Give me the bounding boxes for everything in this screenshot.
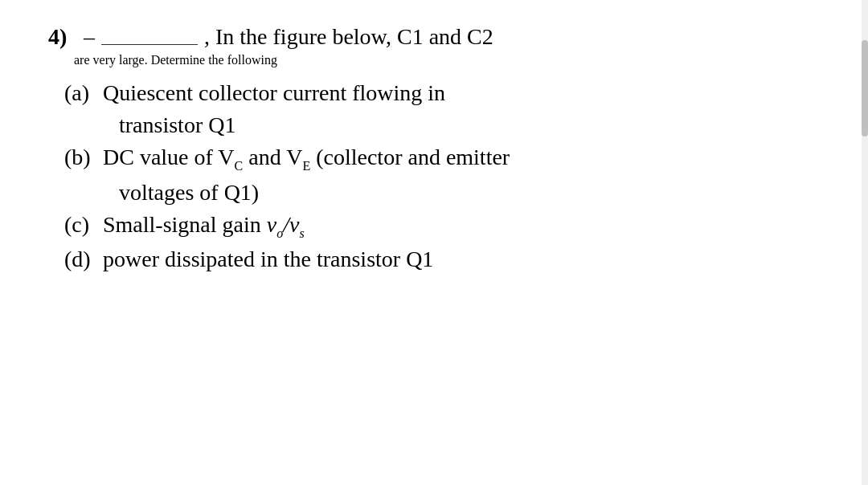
question-dash: – — [84, 24, 95, 50]
sub-label-d: (d) — [64, 247, 103, 272]
sub-label-c: (c) — [64, 212, 103, 238]
sub-item-a: (a) Quiescent collector current flowing … — [64, 80, 836, 106]
sub-s: s — [299, 226, 304, 239]
sub-item-d: (d) power dissipated in the transistor Q… — [64, 247, 836, 272]
scrollbar-track[interactable] — [862, 0, 868, 485]
sub-text-d: power dissipated in the transistor Q1 — [103, 247, 836, 272]
question-intro-line2-text: are very large. Determine the following — [74, 53, 277, 67]
sub-o: o — [276, 226, 283, 239]
sub-e: E — [302, 159, 310, 173]
question-blank — [101, 30, 198, 45]
sub-label-a: (a) — [64, 80, 103, 106]
sub-text-b-line1: DC value of VC and VE (collector and emi… — [103, 145, 836, 173]
content-area: 4) – , In the figure below, C1 and C2 ar… — [48, 24, 836, 279]
sub-text-a-line2: transistor Q1 — [119, 112, 836, 138]
sub-item-b: (b) DC value of VC and VE (collector and… — [64, 145, 836, 173]
sub-text-c: Small-signal gain vo/vs — [103, 212, 836, 241]
sub-text-b-line2: voltages of Q1) — [119, 180, 836, 206]
sub-text-a-line1: Quiescent collector current flowing in — [103, 80, 836, 106]
question-number: 4) — [48, 24, 74, 50]
sub-item-c: (c) Small-signal gain vo/vs — [64, 212, 836, 241]
question-intro-line1: , In the figure below, C1 and C2 — [204, 24, 493, 50]
sub-c: C — [235, 159, 244, 173]
question-intro-line2: are very large. Determine the following — [74, 53, 836, 67]
sub-items-list: (a) Quiescent collector current flowing … — [64, 80, 836, 272]
page-container: 4) – , In the figure below, C1 and C2 ar… — [0, 0, 868, 485]
question-header: 4) – , In the figure below, C1 and C2 — [48, 24, 836, 50]
sub-label-b: (b) — [64, 145, 103, 170]
scrollbar-thumb[interactable] — [862, 40, 868, 137]
v-o-text: vo/vs — [267, 212, 305, 237]
